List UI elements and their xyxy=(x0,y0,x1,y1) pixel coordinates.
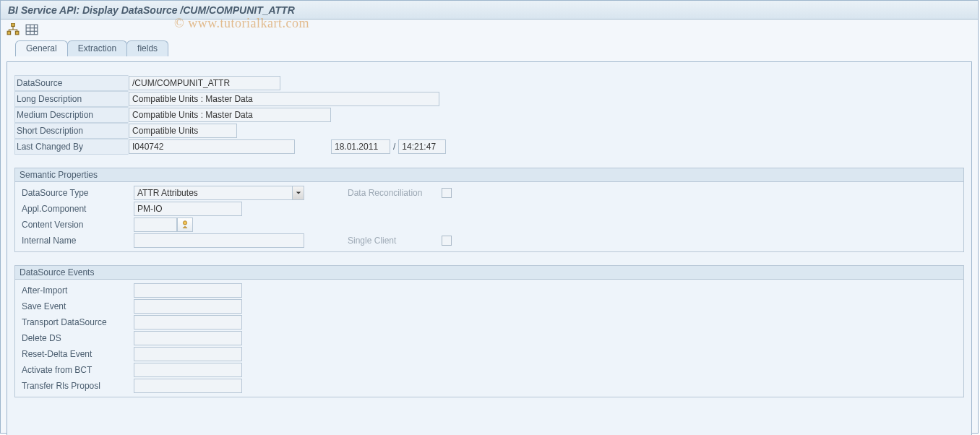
field-last-changed-by[interactable] xyxy=(129,139,295,154)
label-activate-bct: Activate from BCT xyxy=(20,364,134,376)
label-medium-desc: Medium Description xyxy=(14,107,129,123)
main-content-frame: DataSource Long Description Medium Descr… xyxy=(7,61,972,435)
label-reset-delta: Reset-Delta Event xyxy=(20,348,134,360)
label-ds-type: DataSource Type xyxy=(20,187,134,199)
group-datasource-events: DataSource Events After-Import Save Even… xyxy=(14,265,964,397)
label-content-version: Content Version xyxy=(20,219,134,231)
general-panel: DataSource Long Description Medium Descr… xyxy=(7,62,971,405)
field-appl-component[interactable] xyxy=(134,202,242,216)
checkbox-single-client[interactable] xyxy=(442,236,452,246)
hierarchy-icon[interactable] xyxy=(7,23,20,36)
select-ds-type[interactable]: ATTR Attributes xyxy=(134,186,304,200)
field-internal-name[interactable] xyxy=(134,233,304,248)
field-delete-ds[interactable] xyxy=(134,331,242,345)
field-medium-desc[interactable] xyxy=(129,108,331,122)
svg-rect-1 xyxy=(7,31,11,35)
label-single-client: Single Client xyxy=(348,236,442,246)
window-titlebar: BI Service API: Display DataSource /CUM/… xyxy=(1,1,978,20)
tabstrip: General Extraction fields xyxy=(1,40,978,56)
field-short-desc[interactable] xyxy=(129,124,237,138)
help-button[interactable] xyxy=(177,218,193,232)
tab-extraction[interactable]: Extraction xyxy=(67,40,127,56)
group-title-events: DataSource Events xyxy=(15,266,963,280)
label-transfer-rls: Transfer Rls Proposl xyxy=(20,380,134,392)
field-after-import[interactable] xyxy=(134,283,242,298)
label-long-desc: Long Description xyxy=(14,91,129,107)
window-title: BI Service API: Display DataSource /CUM/… xyxy=(8,4,295,16)
field-transfer-rls[interactable] xyxy=(134,379,242,393)
tab-general-label: General xyxy=(26,43,57,53)
field-long-desc[interactable] xyxy=(129,92,439,106)
tab-fields[interactable]: fields xyxy=(126,40,168,56)
field-datasource[interactable] xyxy=(129,76,280,90)
label-data-reconciliation: Data Reconciliation xyxy=(348,188,442,198)
field-last-changed-time[interactable] xyxy=(398,139,446,154)
group-title-semantic: Semantic Properties xyxy=(15,168,963,182)
label-internal-name: Internal Name xyxy=(20,235,134,246)
label-save-event: Save Event xyxy=(20,301,134,312)
field-reset-delta[interactable] xyxy=(134,347,242,361)
checkbox-data-reconciliation[interactable] xyxy=(442,188,452,198)
field-transport-ds[interactable] xyxy=(134,315,242,330)
tab-extraction-label: Extraction xyxy=(78,43,116,53)
field-last-changed-date[interactable] xyxy=(331,139,390,154)
date-time-separator: / xyxy=(393,142,395,152)
field-content-version[interactable] xyxy=(134,218,177,232)
label-appl-component: Appl.Component xyxy=(20,203,134,215)
field-activate-bct[interactable] xyxy=(134,363,242,377)
label-delete-ds: Delete DS xyxy=(20,332,134,344)
tab-general[interactable]: General xyxy=(15,40,68,56)
label-last-changed-by: Last Changed By xyxy=(14,139,129,155)
tab-fields-label: fields xyxy=(137,43,158,53)
svg-rect-2 xyxy=(15,31,19,35)
table-icon[interactable] xyxy=(25,23,38,36)
label-transport-ds: Transport DataSource xyxy=(20,316,134,328)
group-semantic-properties: Semantic Properties DataSource Type ATTR… xyxy=(14,168,964,252)
label-after-import: After-Import xyxy=(20,285,134,296)
app-window: BI Service API: Display DataSource /CUM/… xyxy=(0,0,979,434)
svg-rect-0 xyxy=(12,23,15,27)
svg-rect-3 xyxy=(26,25,38,35)
label-datasource: DataSource xyxy=(14,75,129,91)
app-toolbar: © www.tutorialkart.com xyxy=(1,20,978,40)
label-short-desc: Short Description xyxy=(14,123,129,139)
svg-point-8 xyxy=(183,221,186,225)
field-save-event[interactable] xyxy=(134,299,242,314)
